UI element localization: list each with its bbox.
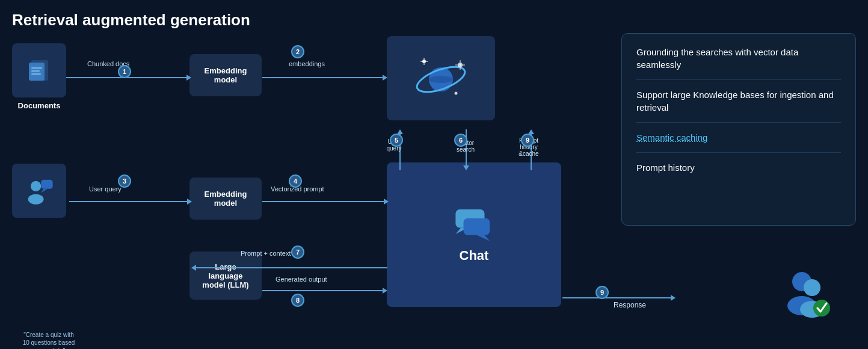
arrow-embed1-to-cosmos	[262, 75, 387, 81]
svg-rect-21	[464, 218, 490, 235]
arrow-llm-to-chat	[262, 288, 387, 294]
badge-9b: 9	[596, 286, 609, 299]
embedding-model-1-label: Embeddingmodel	[205, 66, 247, 84]
badge-3: 3	[118, 174, 131, 188]
badge-6: 6	[454, 134, 467, 147]
arrow-embed2-to-chat	[262, 199, 389, 205]
response-user-icon	[775, 265, 835, 325]
svg-point-27	[813, 300, 830, 317]
svg-point-6	[28, 194, 44, 204]
arrow-user-to-embed2	[69, 199, 192, 205]
embedding-model-2-label: Embeddingmodel	[205, 190, 247, 208]
badge-2: 2	[291, 45, 304, 58]
arrow-response	[562, 295, 676, 301]
chat-node: Chat	[387, 162, 561, 307]
documents-node	[12, 43, 66, 97]
svg-rect-4	[31, 73, 41, 75]
arrow-label-user-query: User query	[89, 185, 122, 193]
badge-7: 7	[291, 246, 304, 259]
svg-point-5	[31, 181, 41, 191]
svg-point-14	[455, 92, 458, 95]
documents-icon	[25, 57, 53, 84]
page-title: Retrieval augmented generation	[12, 11, 250, 29]
arrow-label-generated: Generated output	[275, 276, 327, 283]
info-item-3: Semantic caching	[636, 131, 841, 153]
llm-node: Largelanguagemodel (LLM)	[189, 252, 262, 300]
embedding-model-1-node: Embeddingmodel	[189, 54, 262, 96]
cosmos-icon	[411, 48, 471, 108]
user-query-text: "Create a quiz with 10 questions based o…	[20, 331, 77, 349]
svg-marker-22	[476, 235, 490, 241]
chat-label: Chat	[460, 248, 489, 264]
arrow-chat-to-llm	[191, 265, 387, 271]
info-text-4: Prompt history	[636, 161, 841, 174]
badge-5: 5	[390, 134, 403, 147]
user-query-icon	[23, 174, 55, 207]
arrow-label-prompt-context: Prompt + context	[241, 250, 291, 257]
badge-4: 4	[289, 174, 302, 188]
arrow-label-response: Response	[614, 301, 646, 309]
user-query-node: "Create a quiz with 10 questions based o…	[12, 164, 66, 218]
svg-point-10	[429, 76, 453, 83]
svg-rect-2	[31, 67, 42, 69]
info-text-2: Support large Knowledge bases for ingest…	[636, 88, 841, 114]
cosmos-db-node	[387, 36, 495, 120]
info-item-1: Grounding the searches with vector data …	[636, 46, 841, 80]
badge-1: 1	[118, 65, 131, 78]
info-text-3: Semantic caching	[636, 131, 841, 144]
svg-rect-3	[31, 70, 40, 72]
svg-rect-7	[41, 180, 52, 189]
info-text-1: Grounding the searches with vector data …	[636, 46, 841, 71]
svg-marker-8	[41, 189, 48, 193]
arrow-label-embeddings: embeddings	[289, 60, 325, 67]
info-item-4: Prompt history	[636, 161, 841, 182]
response-user	[775, 265, 835, 327]
info-panel: Grounding the searches with vector data …	[621, 33, 856, 226]
embedding-model-2-node: Embeddingmodel	[189, 178, 262, 220]
badge-8: 8	[291, 294, 304, 307]
badge-9a: 9	[521, 134, 534, 147]
documents-label: Documents	[12, 101, 66, 110]
svg-point-25	[804, 279, 820, 296]
info-item-2: Support large Knowledge bases for ingest…	[636, 88, 841, 123]
chat-bubbles-icon	[453, 206, 495, 242]
